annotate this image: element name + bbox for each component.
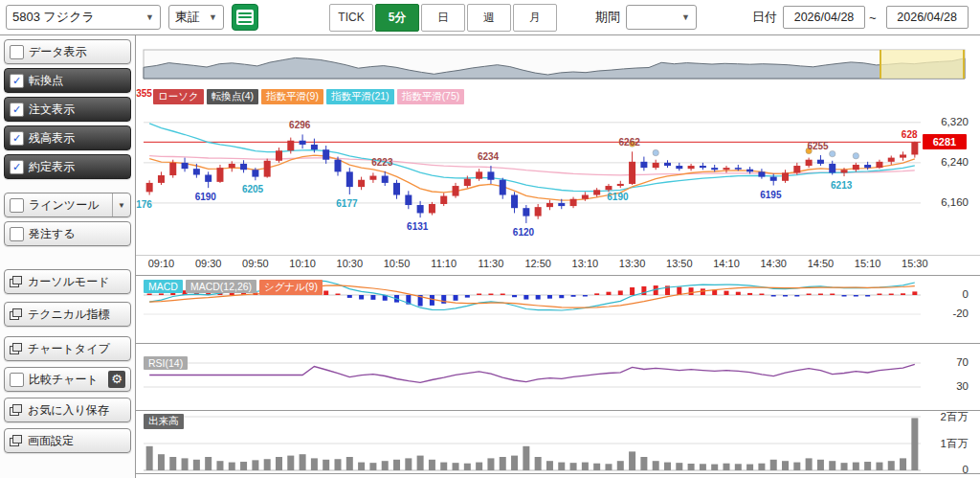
volume-bar: [617, 461, 624, 470]
sidebar-item-cursor-mode[interactable]: カーソルモード: [4, 269, 131, 294]
price-annotation: 6213: [831, 180, 852, 191]
macd-histogram-bar: [771, 295, 776, 297]
period-button-月[interactable]: 月: [513, 4, 557, 32]
checkbox-checked[interactable]: ✓: [10, 131, 24, 146]
chart-area[interactable]: 6,3206,2406,1603551766190620562966177622…: [136, 35, 980, 478]
legend-item: 転換点(4): [207, 89, 258, 104]
macd-histogram-bar: [571, 295, 576, 297]
date-from-input[interactable]: [783, 6, 865, 29]
list-icon: [236, 10, 254, 25]
period-select[interactable]: ▼: [626, 5, 697, 30]
macd-histogram-bar: [877, 294, 881, 296]
window-icon: [10, 343, 22, 354]
macd-histogram-bar: [747, 293, 752, 295]
macd-histogram-bar: [512, 295, 517, 297]
macd-histogram-bar: [347, 295, 352, 298]
volume-bar: [523, 446, 529, 470]
x-axis-label: 14:50: [797, 258, 843, 269]
legend-item: ローソク: [153, 89, 204, 104]
candle-body: [546, 203, 553, 207]
candle-body: [393, 183, 400, 195]
volume-bar: [405, 458, 412, 470]
macd-histogram-bar: [854, 295, 858, 297]
turning-point-marker: [653, 149, 658, 155]
legend-item: 指数平滑(9): [261, 89, 323, 104]
candle-body: [911, 142, 918, 154]
macd-histogram-bar: [818, 294, 823, 296]
toolbar: 5803 フジクラ ▼ 東証 ▼ TICK5分日週月 期間 ▼ 日付 ~: [0, 0, 980, 35]
sidebar-item-comparison-chart[interactable]: 比較チャート⚙: [4, 367, 131, 392]
volume-bar: [216, 461, 223, 470]
volume-bar: [688, 464, 695, 470]
candle-body: [335, 160, 342, 172]
period-button-週[interactable]: 週: [467, 4, 511, 32]
price-annotation: 6131: [407, 221, 428, 232]
period-button-日[interactable]: 日: [421, 4, 465, 32]
chevron-down-icon[interactable]: ▼: [112, 193, 125, 216]
date-to-input[interactable]: [886, 6, 969, 29]
volume-bar: [640, 457, 647, 470]
sidebar-item-execution-display[interactable]: ✓約定表示: [4, 154, 131, 179]
volume-bar: [605, 464, 612, 470]
sidebar-item-screen-settings[interactable]: 画面設定: [4, 428, 131, 453]
period-button-TICK[interactable]: TICK: [329, 4, 373, 32]
price-annotation: 6223: [371, 157, 392, 168]
sidebar-item-data-display[interactable]: データ表示: [4, 39, 131, 64]
candle-body: [770, 177, 777, 181]
checkbox-unchecked[interactable]: [10, 373, 24, 387]
candle-body: [464, 179, 471, 186]
legend-item: MACD: [144, 280, 183, 293]
macd-histogram-bar: [430, 295, 434, 306]
checkbox-unchecked[interactable]: [10, 45, 24, 59]
period-button-5分[interactable]: 5分: [375, 4, 419, 32]
candle-body: [429, 204, 435, 213]
volume-bar: [746, 465, 753, 470]
volume-bar: [629, 451, 635, 470]
sidebar-item-chart-type[interactable]: チャートタイプ: [4, 336, 131, 361]
macd-histogram-bar: [583, 295, 588, 297]
candle-body: [640, 162, 647, 168]
volume-axis-label: 0: [923, 464, 969, 475]
chevron-down-icon: ▼: [678, 12, 690, 22]
chevron-down-icon: ▼: [142, 12, 154, 22]
price-axis-label: 6,160: [923, 196, 969, 208]
gear-icon[interactable]: ⚙: [108, 371, 125, 388]
candle-body: [864, 165, 871, 168]
x-axis-label: 10:30: [326, 258, 372, 269]
sidebar-item-label: 転換点: [29, 73, 63, 89]
volume-bar: [205, 457, 212, 470]
x-axis-label: 12:50: [515, 258, 561, 269]
sidebar-item-label: 画面設定: [28, 433, 74, 449]
macd-histogram-bar: [559, 295, 564, 298]
sidebar-item-balance-display[interactable]: ✓残高表示: [4, 125, 131, 150]
macd-histogram-bar: [689, 287, 694, 295]
candle-body: [264, 161, 271, 177]
sidebar-item-turning-point[interactable]: ✓転換点: [4, 68, 131, 93]
x-axis-label: 09:50: [233, 258, 278, 269]
sidebar-item-order-display[interactable]: ✓注文表示: [4, 97, 131, 122]
checkbox-checked[interactable]: ✓: [10, 160, 24, 174]
x-axis-label: 15:30: [892, 258, 938, 269]
checkbox-checked[interactable]: ✓: [10, 102, 24, 117]
candle-body: [523, 208, 529, 216]
candle-body: [817, 160, 824, 164]
macd-axis-label: 0: [923, 288, 969, 300]
macd-histogram-bar: [759, 294, 764, 296]
volume-bar: [146, 446, 153, 470]
checkbox-unchecked[interactable]: [10, 227, 24, 241]
sidebar-item-place-order[interactable]: 発注する: [4, 221, 131, 246]
volume-bar: [487, 458, 494, 470]
candle-body: [793, 166, 800, 172]
checkbox-unchecked[interactable]: [10, 198, 24, 213]
sidebar-item-line-tool[interactable]: ラインツール▼: [4, 193, 131, 217]
volume-bar: [335, 459, 342, 470]
sidebar-item-favorite-save[interactable]: お気に入り保存: [4, 398, 131, 422]
date-label: 日付: [752, 9, 777, 26]
stock-list-button[interactable]: [232, 4, 258, 31]
market-select[interactable]: 東証 ▼: [168, 5, 224, 30]
sidebar-item-technical-indicators[interactable]: テクニカル指標: [4, 302, 131, 327]
volume-bar: [193, 460, 200, 470]
checkbox-checked[interactable]: ✓: [10, 74, 24, 88]
chevron-down-icon: ▼: [205, 12, 217, 22]
symbol-select[interactable]: 5803 フジクラ ▼: [6, 5, 161, 30]
